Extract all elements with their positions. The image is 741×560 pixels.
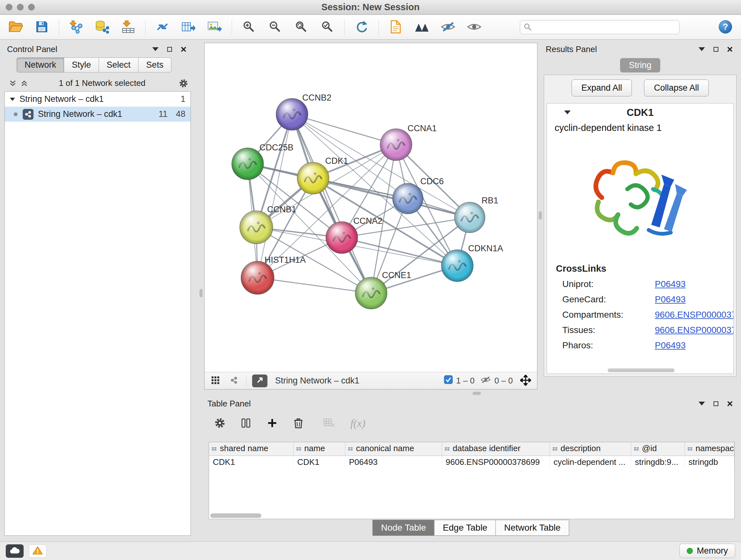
tab-network[interactable]: Network bbox=[17, 57, 64, 72]
panel-close-icon[interactable]: × bbox=[179, 44, 188, 54]
copy-document-button[interactable] bbox=[387, 18, 405, 37]
network-node-ccnb2[interactable] bbox=[276, 98, 308, 130]
panel-collapse-icon[interactable] bbox=[151, 44, 160, 54]
import-table-button[interactable] bbox=[119, 18, 138, 37]
memory-button[interactable]: Memory bbox=[679, 544, 735, 558]
column-header-name[interactable]: name bbox=[293, 442, 345, 455]
collapse-all-button[interactable]: Collapse All bbox=[644, 79, 709, 97]
panel-float-icon[interactable] bbox=[711, 399, 721, 408]
collapse-all-networks-icon[interactable] bbox=[9, 79, 17, 87]
table-cell[interactable]: P06493 bbox=[345, 455, 442, 469]
network-row[interactable]: String Network – cdk1 11 48 bbox=[5, 107, 191, 122]
network-edge[interactable] bbox=[258, 278, 371, 293]
export-table-button[interactable] bbox=[179, 18, 198, 37]
panel-float-icon[interactable] bbox=[165, 44, 174, 54]
column-header-database-identifier[interactable]: database identifier bbox=[442, 442, 549, 455]
splitter-handle[interactable] bbox=[539, 211, 542, 220]
network-edge[interactable] bbox=[292, 114, 396, 145]
new-network-from-selection-button[interactable] bbox=[153, 18, 172, 37]
table-cell[interactable]: stringdb:9... bbox=[631, 455, 684, 469]
warnings-button[interactable] bbox=[29, 544, 47, 558]
network-node-ccna1[interactable] bbox=[380, 129, 412, 161]
tab-style[interactable]: Style bbox=[64, 57, 99, 72]
search-input[interactable] bbox=[520, 20, 679, 34]
crosslink-link[interactable]: P06493 bbox=[655, 279, 733, 289]
network-canvas[interactable]: CCNB2CCNA1CDC25BCDK1CDC6RB1CCNB1CCNA2CDK… bbox=[205, 43, 537, 372]
string-panel-toggle-button[interactable] bbox=[227, 374, 240, 387]
network-node-ccne1[interactable] bbox=[355, 277, 387, 309]
pan-mode-button[interactable] bbox=[519, 374, 533, 388]
network-edge[interactable] bbox=[313, 178, 470, 217]
network-node-ccnb1[interactable] bbox=[240, 211, 273, 244]
network-node-cdkn1a[interactable] bbox=[441, 250, 473, 282]
hide-selected-button[interactable] bbox=[439, 18, 457, 37]
table-cell[interactable]: cyclin-dependent ... bbox=[549, 455, 631, 469]
column-header-namespace[interactable]: namespac bbox=[684, 442, 734, 455]
zoom-selected-button[interactable] bbox=[318, 18, 337, 37]
network-node-rb1[interactable] bbox=[455, 202, 485, 233]
panel-collapse-icon[interactable] bbox=[697, 44, 706, 54]
save-session-button[interactable] bbox=[32, 18, 51, 37]
table-cell[interactable]: stringdb bbox=[684, 455, 734, 469]
zoom-out-button[interactable] bbox=[266, 18, 284, 37]
network-overview-button[interactable] bbox=[252, 374, 267, 387]
import-network-file-button[interactable] bbox=[67, 18, 85, 37]
network-edge[interactable] bbox=[292, 114, 371, 293]
network-collection-row[interactable]: String Network – cdk1 1 bbox=[5, 91, 191, 107]
panel-collapse-icon[interactable] bbox=[697, 399, 706, 408]
import-network-database-button[interactable] bbox=[93, 18, 111, 37]
close-window-icon[interactable] bbox=[6, 4, 12, 10]
network-node-cdc6[interactable] bbox=[393, 183, 423, 214]
horizontal-scrollbar[interactable] bbox=[210, 513, 261, 518]
column-header-id[interactable]: @id bbox=[631, 442, 684, 455]
hidden-eye-icon[interactable] bbox=[480, 375, 491, 386]
open-session-button[interactable] bbox=[6, 18, 25, 37]
column-header-canonical-name[interactable]: canonical name bbox=[345, 442, 442, 455]
panel-close-icon[interactable]: × bbox=[725, 44, 735, 54]
expand-all-button[interactable]: Expand All bbox=[571, 79, 632, 97]
table-cell[interactable]: CDK1 bbox=[293, 455, 345, 469]
table-row[interactable]: CDK1 CDK1 P06493 9606.ENSP00000378699 cy… bbox=[209, 455, 734, 469]
network-node-ccna2[interactable] bbox=[326, 222, 358, 253]
help-button[interactable]: ? bbox=[716, 18, 735, 37]
refresh-view-button[interactable] bbox=[352, 18, 371, 37]
panel-float-icon[interactable] bbox=[711, 44, 721, 54]
selected-checkbox-icon[interactable] bbox=[444, 375, 453, 386]
tab-edge-table[interactable]: Edge Table bbox=[434, 520, 496, 536]
table-cell[interactable]: CDK1 bbox=[209, 455, 293, 469]
zoom-fit-button[interactable] bbox=[292, 18, 311, 37]
maximize-window-icon[interactable] bbox=[28, 4, 35, 10]
tab-node-table[interactable]: Node Table bbox=[373, 520, 434, 536]
results-scrollbar[interactable] bbox=[550, 368, 730, 372]
tree-expand-icon[interactable] bbox=[10, 98, 15, 101]
first-neighbors-button[interactable] bbox=[413, 18, 431, 37]
network-options-gear-icon[interactable] bbox=[179, 78, 188, 88]
column-header-shared-name[interactable]: shared name bbox=[209, 442, 293, 455]
crosslink-link[interactable]: P06493 bbox=[655, 340, 733, 351]
expand-all-networks-icon[interactable] bbox=[20, 79, 28, 87]
network-edge[interactable] bbox=[258, 114, 292, 278]
cloud-button[interactable] bbox=[6, 544, 23, 558]
table-cell[interactable]: 9606.ENSP00000378699 bbox=[442, 455, 549, 469]
minimize-window-icon[interactable] bbox=[17, 4, 23, 10]
tab-sets[interactable]: Sets bbox=[138, 57, 172, 72]
network-node-hist1h1a[interactable] bbox=[241, 261, 274, 294]
panel-close-icon[interactable]: × bbox=[725, 399, 735, 408]
crosslink-link[interactable]: 9606.ENSP00000378699 bbox=[655, 310, 734, 320]
show-all-button[interactable] bbox=[465, 18, 483, 37]
splitter-handle[interactable] bbox=[473, 392, 481, 395]
add-column-button[interactable] bbox=[265, 416, 280, 431]
crosslink-link[interactable]: P06493 bbox=[655, 294, 733, 305]
crosslink-link[interactable]: 9606.ENSP00000378699 bbox=[655, 325, 734, 335]
table-options-button[interactable] bbox=[212, 416, 227, 431]
show-columns-button[interactable] bbox=[239, 416, 253, 431]
splitter-handle[interactable] bbox=[199, 289, 203, 297]
gene-collapse-icon[interactable] bbox=[564, 111, 570, 114]
network-node-cdk1[interactable] bbox=[297, 162, 329, 194]
zoom-in-button[interactable] bbox=[240, 18, 258, 37]
tab-select[interactable]: Select bbox=[99, 57, 138, 72]
network-node-cdc25b[interactable] bbox=[232, 148, 264, 180]
column-header-description[interactable]: description bbox=[549, 442, 631, 455]
delete-column-button[interactable] bbox=[291, 416, 306, 431]
tab-network-table[interactable]: Network Table bbox=[495, 520, 569, 536]
